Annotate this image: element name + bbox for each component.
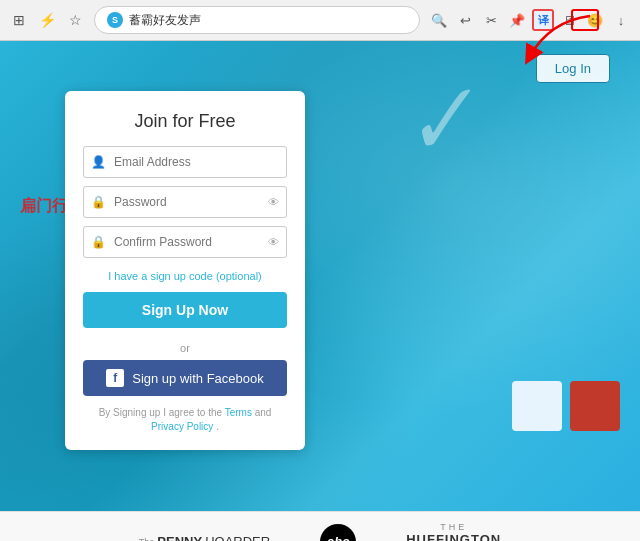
page-footer: The PENNY HOARDER abc THE HUFFINGTON POS… [0, 511, 640, 541]
color-boxes-decoration [512, 381, 620, 431]
terms-text-container: By Signing up I agree to the Terms and P… [83, 406, 287, 434]
login-button[interactable]: Log In [536, 54, 610, 83]
huffington-post-logo: THE HUFFINGTON POST [406, 522, 501, 542]
download-icon[interactable]: ↓ [610, 9, 632, 31]
star-icon[interactable]: ☆ [64, 9, 86, 31]
privacy-link[interactable]: Privacy Policy [151, 421, 213, 432]
lightning-icon[interactable]: ⚡ [36, 9, 58, 31]
huffington-the-text: THE [440, 522, 467, 532]
facebook-button-label: Sign up with Facebook [132, 371, 264, 386]
signup-code-container: I have a sign up code (optional) [83, 266, 287, 284]
email-field-group: 👤 [83, 146, 287, 178]
password-input[interactable] [83, 186, 287, 218]
email-input[interactable] [83, 146, 287, 178]
confirm-password-field-group: 🔒 👁 [83, 226, 287, 258]
translate-icon[interactable]: 译 [532, 9, 554, 31]
terms-and: and [255, 407, 272, 418]
signup-card: Join for Free 👤 🔒 👁 🔒 👁 I have a sign up… [65, 91, 305, 450]
grid-icon[interactable]: ⊞ [8, 9, 30, 31]
huffington-name-text: HUFFINGTON [406, 532, 501, 542]
lock2-icon: 🔒 [91, 235, 105, 249]
terms-prefix: By Signing up I agree to the [99, 407, 225, 418]
password-field-group: 🔒 👁 [83, 186, 287, 218]
or-divider: or [83, 342, 287, 354]
lock-icon: 🔒 [91, 195, 105, 209]
page-background: ✓ Log In 扁门行业网 www.pmw365.com Join for F… [0, 41, 640, 511]
terms-period: . [216, 421, 219, 432]
penny-the-text: The [139, 537, 155, 542]
screen-icon[interactable]: 🖥 [558, 9, 580, 31]
browser-nav-icons: ⊞ ⚡ ☆ [8, 9, 86, 31]
search-icon[interactable]: 🔍 [428, 9, 450, 31]
address-bar[interactable]: S 蓄霸好友发声 [94, 6, 420, 34]
abc-logo: abc [320, 524, 356, 542]
signup-now-button[interactable]: Sign Up Now [83, 292, 287, 328]
facebook-signup-button[interactable]: f Sign up with Facebook [83, 360, 287, 396]
penny-name-text: PENNY [157, 534, 202, 541]
eye-icon[interactable]: 👁 [268, 196, 279, 208]
facebook-icon: f [106, 369, 124, 387]
penny-hoarder-text: HOARDER [205, 534, 270, 541]
smiley-icon[interactable]: 😊 [584, 9, 606, 31]
page-header: Log In [0, 41, 640, 96]
signup-title: Join for Free [83, 111, 287, 132]
user-arrow-icon[interactable]: ↩ [454, 9, 476, 31]
browser-right-icons: 🔍 ↩ ✂ 📌 译 🖥 😊 ↓ [428, 9, 632, 31]
terms-link[interactable]: Terms [225, 407, 252, 418]
user-icon: 👤 [91, 155, 105, 169]
scissors-icon[interactable]: ✂ [480, 9, 502, 31]
confirm-password-input[interactable] [83, 226, 287, 258]
pin-icon[interactable]: 📌 [506, 9, 528, 31]
s-favicon: S [107, 12, 123, 28]
signup-code-link[interactable]: I have a sign up code (optional) [108, 270, 262, 282]
eye2-icon[interactable]: 👁 [268, 236, 279, 248]
address-text: 蓄霸好友发声 [129, 12, 201, 29]
penny-hoarder-logo: The PENNY HOARDER [139, 534, 270, 541]
